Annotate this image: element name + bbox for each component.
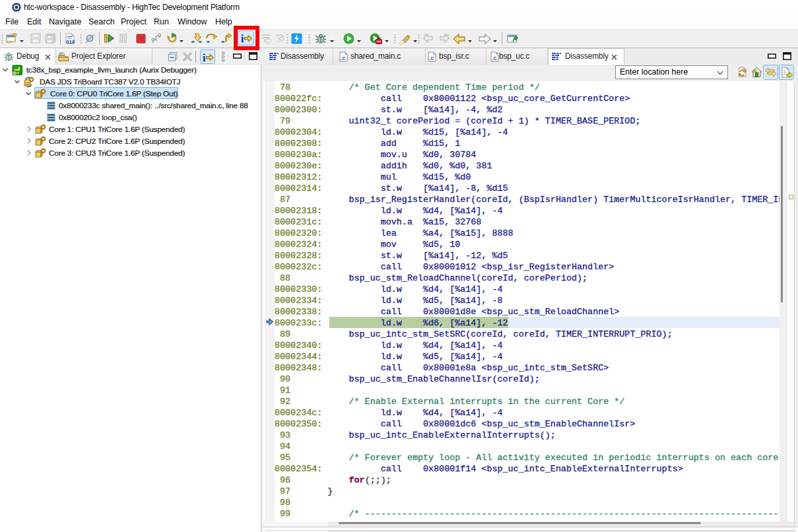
svg-text:.c: .c — [341, 55, 346, 61]
svg-text:i: i — [241, 33, 244, 44]
svg-text:.c: .c — [492, 55, 497, 61]
svg-text:.c: .c — [429, 55, 434, 61]
svg-text:010: 010 — [67, 39, 75, 45]
svg-text:i: i — [203, 52, 206, 63]
